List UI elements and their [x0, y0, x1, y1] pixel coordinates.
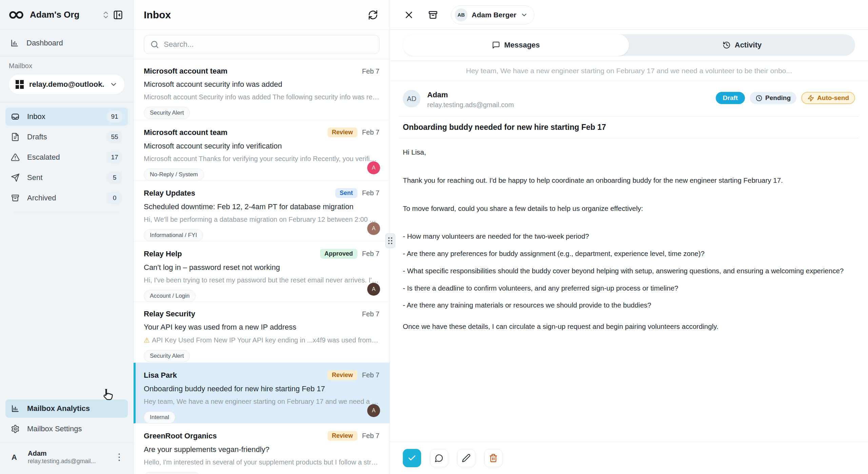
search-box[interactable]: [144, 35, 379, 54]
sidebar-item-label: Inbox: [27, 112, 45, 121]
chat-bubble-icon: [492, 41, 500, 49]
history-clock-icon: [723, 41, 731, 49]
email-sender: GreenRoot Organics: [144, 432, 217, 440]
user-email: relay.testing.ads@gmail...: [28, 458, 96, 465]
avatar: AB: [455, 8, 468, 21]
sidebar-item-dashboard[interactable]: Dashboard: [5, 34, 129, 52]
email-date: Feb 7: [362, 129, 379, 136]
org-switcher-button[interactable]: [100, 9, 112, 21]
archive-button[interactable]: [427, 8, 439, 21]
email-tag: Internal: [144, 411, 175, 423]
warning-icon: ⚠: [144, 336, 150, 344]
sidebar-item-mailbox-analytics[interactable]: Mailbox Analytics: [5, 399, 128, 418]
checkmark-icon: [408, 454, 416, 462]
bar-chart-icon: [11, 404, 20, 413]
folder-count-badge: 91: [107, 111, 122, 123]
list-header: Inbox: [134, 0, 390, 30]
edit-button[interactable]: [457, 449, 475, 467]
gear-icon: [11, 424, 20, 433]
draft-badge: Draft: [716, 92, 745, 104]
avatar: AD: [403, 90, 420, 107]
body-paragraph: To move forward, could you share a few d…: [403, 203, 855, 214]
email-sender: Relay Help: [144, 250, 182, 258]
message-actions: [390, 442, 868, 474]
inbox-icon: [11, 112, 20, 121]
email-preview: Hello, I'm interested in several of your…: [144, 458, 379, 466]
sidebar-item-archived[interactable]: Archived 0: [5, 189, 128, 207]
email-list: Microsoft account team Feb 7 Microsoft a…: [134, 59, 390, 474]
status-badge: Review: [328, 127, 357, 137]
sidebar-item-inbox[interactable]: Inbox 91: [5, 107, 128, 126]
avatar: A: [9, 453, 19, 462]
pending-badge: Pending: [750, 92, 796, 104]
email-date: Feb 7: [362, 67, 379, 75]
email-tag: No-Reply / System: [144, 169, 204, 181]
tabs-row: Messages Activity: [390, 30, 868, 61]
close-icon: [404, 10, 414, 20]
app-window: Adam's Org Dashboard Mailbox: [0, 0, 868, 474]
sidebar-item-label: Mailbox Settings: [27, 424, 82, 433]
microsoft-logo-icon: [16, 80, 24, 89]
sidebar-footer-nav: Mailbox Analytics Mailbox Settings: [0, 399, 133, 442]
user-menu-button[interactable]: ⋮: [115, 453, 124, 462]
delete-button[interactable]: [484, 449, 502, 467]
sidebar: Adam's Org Dashboard Mailbox: [0, 0, 134, 474]
user-account-row[interactable]: A Adam relay.testing.ads@gmail... ⋮: [0, 442, 133, 474]
email-date: Feb 7: [362, 432, 379, 440]
sidebar-item-sent[interactable]: Sent 5: [5, 169, 128, 187]
sidebar-item-label: Dashboard: [26, 39, 63, 47]
sidebar-mailbox-section: Mailbox relay.demo@outlook....: [0, 57, 133, 103]
tab-activity[interactable]: Activity: [629, 34, 855, 56]
tab-label: Activity: [735, 41, 762, 50]
sidebar-item-drafts[interactable]: Drafts 55: [5, 128, 128, 146]
chevron-down-icon: [110, 80, 118, 88]
assignee-name: Adam Berger: [472, 11, 516, 19]
avatar: A: [367, 283, 380, 296]
email-list-item[interactable]: Microsoft account team Feb 7 Microsoft a…: [134, 59, 390, 120]
panel-resize-handle[interactable]: [385, 233, 395, 248]
collapse-sidebar-button[interactable]: [112, 8, 124, 21]
email-tag: Account / Login: [144, 290, 196, 302]
sidebar-item-label: Escalated: [27, 153, 60, 162]
search-input[interactable]: [164, 40, 373, 49]
email-sender: Relay Updates: [144, 189, 195, 198]
tab-messages[interactable]: Messages: [403, 34, 629, 56]
trash-icon: [489, 454, 498, 462]
divider: [14, 212, 120, 212]
chevrons-up-down-icon: [101, 11, 110, 19]
refresh-button[interactable]: [367, 8, 379, 21]
email-preview: Hi, We'll be performing a database migra…: [144, 216, 379, 223]
close-button[interactable]: [403, 9, 415, 21]
email-list-item-selected[interactable]: Lisa Park Review Feb 7 Onboarding buddy …: [134, 363, 390, 423]
assignee-selector[interactable]: AB Adam Berger: [451, 5, 534, 24]
lightning-bolt-icon: [807, 95, 814, 102]
email-list-item[interactable]: GreenRoot Organics Review Feb 7 Are your…: [134, 423, 390, 474]
mailbox-account-selector[interactable]: relay.demo@outlook....: [9, 75, 124, 94]
email-subject: Can't log in – password reset not workin…: [144, 263, 379, 272]
body-paragraph: Once we have these details, I can circul…: [403, 321, 855, 332]
sidebar-header: Adam's Org: [0, 0, 133, 30]
folder-nav: Inbox 91 Drafts 55 Escalated 17: [0, 103, 133, 218]
email-list-item[interactable]: Relay Security Feb 7 Your API key was us…: [134, 302, 390, 363]
approve-button[interactable]: [403, 449, 421, 467]
comment-button[interactable]: [430, 449, 448, 467]
folder-count-badge: 17: [107, 151, 122, 163]
org-name: Adam's Org: [30, 9, 79, 20]
auto-send-badge: Auto-send: [801, 92, 855, 104]
file-text-icon: [11, 133, 20, 141]
message-badges: Draft Pending Auto-send: [716, 92, 855, 104]
user-name: Adam: [28, 449, 96, 458]
sidebar-item-mailbox-settings[interactable]: Mailbox Settings: [5, 420, 128, 438]
sidebar-item-label: Mailbox Analytics: [27, 404, 90, 413]
email-date: Feb 7: [362, 310, 379, 318]
sidebar-item-escalated[interactable]: Escalated 17: [5, 148, 128, 166]
body-bullet: - Is there a deadline to confirm volunte…: [403, 283, 855, 294]
email-list-item[interactable]: Relay Updates Sent Feb 7 Scheduled downt…: [134, 181, 390, 241]
email-preview: Microsoft account Security info was adde…: [144, 93, 379, 101]
sidebar-item-label: Archived: [27, 194, 56, 202]
email-list-item[interactable]: Microsoft account team Review Feb 7 Micr…: [134, 120, 390, 181]
thread-preview-text: Hey team, We have a new engineer startin…: [390, 61, 868, 81]
body-paragraph: Hi Lisa,: [403, 147, 855, 158]
message-body: Hi Lisa, Thank you for reaching out. I'd…: [390, 138, 868, 350]
email-list-item[interactable]: Relay Help Approved Feb 7 Can't log in –…: [134, 241, 390, 302]
